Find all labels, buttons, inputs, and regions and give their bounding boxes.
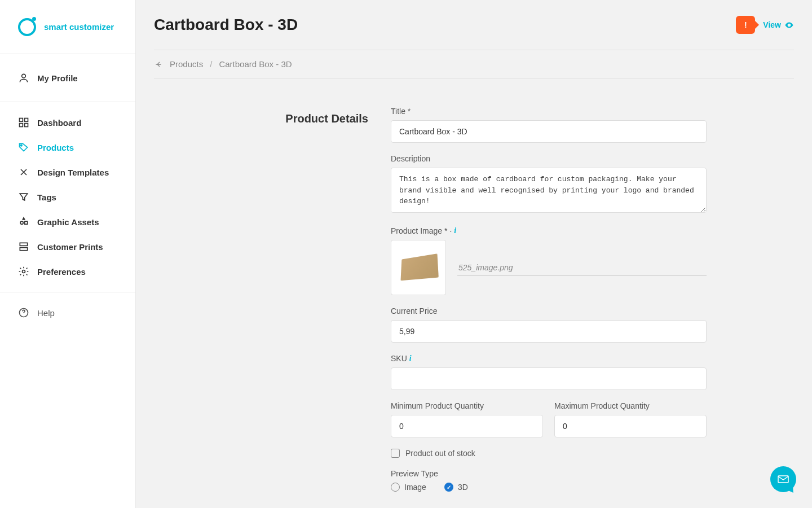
nav-products[interactable]: Products — [0, 135, 135, 160]
nav-label: Customer Prints — [37, 242, 103, 252]
svg-rect-1 — [20, 119, 23, 122]
nav-label: Products — [37, 143, 74, 152]
title-label: Title * — [391, 107, 707, 116]
sku-label: SKU — [391, 354, 407, 363]
title-input[interactable] — [391, 120, 707, 143]
min-qty-label: Minimum Product Quantity — [391, 401, 543, 410]
svg-rect-2 — [25, 119, 28, 122]
nav-customer-prints[interactable]: Customer Prints — [0, 234, 135, 259]
nav-label: Design Templates — [37, 168, 109, 177]
nav-label: My Profile — [37, 73, 78, 83]
radio-label: Image — [404, 483, 426, 492]
svg-rect-3 — [20, 124, 23, 127]
nav-label: Preferences — [37, 267, 86, 277]
info-icon[interactable]: i — [454, 226, 456, 235]
dashboard-icon — [18, 117, 29, 128]
user-icon — [18, 72, 29, 84]
svg-point-8 — [23, 270, 25, 273]
mail-icon — [776, 472, 790, 486]
section-title: Product Details — [154, 107, 368, 125]
min-qty-input[interactable] — [391, 415, 543, 437]
assets-icon — [18, 216, 29, 227]
nav-label: Dashboard — [37, 118, 81, 128]
svg-rect-4 — [25, 124, 28, 127]
design-icon — [18, 167, 29, 178]
page-header: Cartboard Box - 3D ! View — [154, 16, 794, 50]
nav-design-templates[interactable]: Design Templates — [0, 160, 135, 185]
preview-3d-radio[interactable]: 3D — [444, 483, 468, 492]
price-input[interactable] — [391, 320, 707, 343]
sku-input[interactable] — [391, 367, 707, 390]
nav-label: Help — [37, 308, 55, 318]
help-icon — [18, 307, 29, 318]
max-qty-input[interactable] — [554, 415, 707, 437]
brand-name: smart customizer — [44, 22, 114, 32]
description-label: Description — [391, 154, 707, 163]
out-of-stock-checkbox[interactable] — [391, 449, 400, 458]
svg-rect-7 — [20, 248, 27, 251]
image-filename-input[interactable] — [457, 260, 707, 276]
alert-icon: ! — [744, 20, 747, 29]
nav-my-profile[interactable]: My Profile — [0, 65, 135, 90]
preview-image-radio[interactable]: Image — [391, 483, 426, 492]
box-icon — [400, 253, 438, 281]
svg-point-0 — [22, 74, 26, 78]
description-input[interactable]: This is a box made of cardboard for cust… — [391, 168, 707, 213]
main-content: Cartboard Box - 3D ! View Products / Car… — [136, 0, 812, 508]
tag-icon — [18, 142, 29, 153]
radio-label: 3D — [458, 483, 468, 492]
alert-badge[interactable]: ! — [736, 16, 755, 34]
back-icon[interactable] — [154, 60, 163, 69]
radio-icon — [444, 483, 453, 492]
chat-button[interactable] — [770, 466, 796, 492]
nav-graphic-assets[interactable]: Graphic Assets — [0, 209, 135, 234]
breadcrumb-root[interactable]: Products — [170, 59, 203, 69]
svg-rect-10 — [778, 476, 788, 483]
out-of-stock-label: Product out of stock — [405, 449, 475, 458]
nav-label: Graphic Assets — [37, 217, 99, 227]
breadcrumb-separator: / — [210, 59, 212, 69]
max-qty-label: Maximum Product Quantity — [554, 401, 707, 410]
nav-help[interactable]: Help — [0, 300, 135, 325]
nav-dashboard[interactable]: Dashboard — [0, 110, 135, 135]
radio-icon — [391, 483, 400, 492]
nav-label: Tags — [37, 192, 56, 202]
nav-preferences[interactable]: Preferences — [0, 259, 135, 284]
gear-icon — [18, 266, 29, 277]
logo-icon — [18, 18, 36, 36]
svg-rect-6 — [20, 243, 27, 246]
breadcrumb-current: Cartboard Box - 3D — [219, 59, 292, 69]
breadcrumb: Products / Cartboard Box - 3D — [154, 50, 794, 78]
brand-logo[interactable]: smart customizer — [0, 0, 135, 54]
image-label: Product Image * — [391, 226, 447, 235]
nav-tags[interactable]: Tags — [0, 185, 135, 209]
svg-point-5 — [21, 144, 23, 146]
filter-icon — [18, 191, 29, 203]
price-label: Current Price — [391, 306, 707, 316]
prints-icon — [18, 241, 29, 252]
view-button[interactable]: View — [763, 20, 794, 30]
page-title: Cartboard Box - 3D — [154, 16, 298, 34]
sidebar: smart customizer My Profile Dashboard Pr… — [0, 0, 136, 508]
product-image-thumbnail[interactable] — [391, 240, 446, 295]
view-label: View — [763, 20, 781, 29]
preview-type-label: Preview Type — [391, 469, 707, 478]
info-icon[interactable]: i — [409, 354, 412, 363]
eye-icon — [784, 20, 794, 30]
